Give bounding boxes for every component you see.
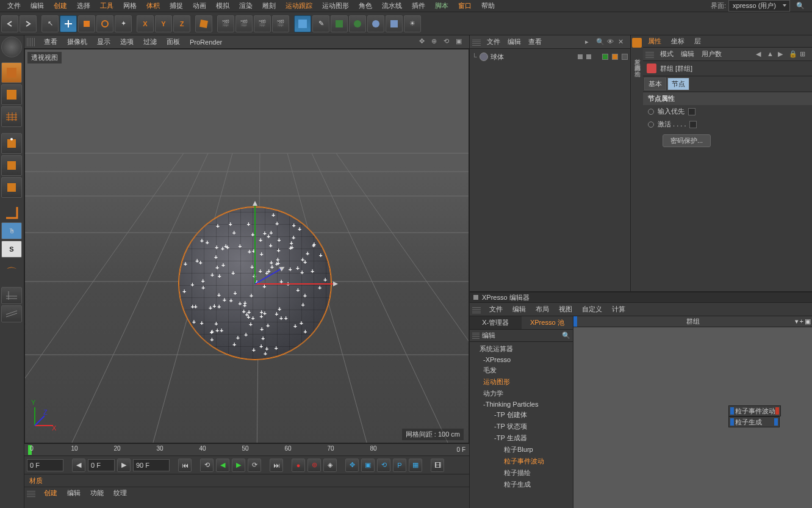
menu-create[interactable]: 创建 <box>49 0 72 12</box>
axis-y[interactable]: Y <box>155 15 172 32</box>
search-icon[interactable]: 🔍 <box>596 38 605 46</box>
record-key[interactable]: ● <box>292 459 305 472</box>
select-tool[interactable]: ↖ <box>41 15 59 32</box>
password-protect-button[interactable]: 密码保护... <box>663 134 711 147</box>
play-back[interactable]: ◀ <box>216 459 229 472</box>
vis-dot[interactable] <box>586 54 591 59</box>
enable-dot[interactable] <box>602 54 608 60</box>
xp-calc[interactable]: 计算 <box>607 305 630 314</box>
undo-button[interactable] <box>1 15 18 32</box>
menu-select[interactable]: 选择 <box>72 0 95 12</box>
k-scale[interactable]: ▣ <box>361 459 375 472</box>
add-light[interactable]: ☀ <box>404 15 421 32</box>
xp-tree-node[interactable]: -Thinking Particles <box>470 399 573 409</box>
axis-z[interactable]: Z <box>173 15 190 32</box>
frame-start-field[interactable]: 0 F <box>27 459 63 471</box>
play-fwd[interactable]: ▶ <box>232 459 245 472</box>
chevron-icon[interactable]: ▸ <box>585 38 594 46</box>
vh-options[interactable]: 选项 <box>115 37 138 46</box>
frame-current-field[interactable]: 0 F <box>88 459 115 471</box>
vis-dot[interactable] <box>578 54 583 59</box>
k-pla[interactable]: ▦ <box>409 459 422 472</box>
tag-other[interactable] <box>622 54 628 60</box>
object-row-sphere[interactable]: └ 球体 <box>472 51 628 62</box>
vh-move-icon[interactable]: ✥ <box>419 37 429 47</box>
menu-snap[interactable]: 捕捉 <box>165 0 188 12</box>
vh-display[interactable]: 显示 <box>92 37 115 46</box>
add-env[interactable] <box>367 15 384 32</box>
goto-start[interactable]: ⏮ <box>178 459 192 472</box>
xp-custom[interactable]: 自定义 <box>577 305 607 314</box>
menu-tools[interactable]: 工具 <box>95 0 118 12</box>
xpresso-tree[interactable]: 系统运算器-XPresso毛发运动图形动力学-Thinking Particle… <box>470 342 573 508</box>
viewport-solo[interactable]: 🖱 <box>1 222 22 239</box>
xp-node[interactable]: 粒子生成 <box>728 416 780 427</box>
xp-tree-node[interactable]: -XPresso <box>470 355 573 365</box>
vh-view[interactable]: 查看 <box>39 37 62 46</box>
mat-tab[interactable]: 材质 <box>24 475 48 487</box>
scale-tool[interactable] <box>78 15 95 32</box>
workplane-align[interactable] <box>1 305 22 322</box>
attr-user[interactable]: 用户数 <box>698 49 725 59</box>
menu-help[interactable]: 帮助 <box>476 0 500 12</box>
vh-zoom-icon[interactable]: ⊕ <box>431 37 441 47</box>
add-spline[interactable]: ✎ <box>312 15 329 32</box>
recent-tool[interactable]: ✦ <box>115 15 132 32</box>
new-icon[interactable]: ⊞ <box>800 50 808 59</box>
key-sel[interactable]: ◈ <box>323 459 337 472</box>
sound-icon[interactable]: 🎞 <box>431 459 444 472</box>
search-icon[interactable]: 🔍 <box>790 1 810 11</box>
axis-mode[interactable] <box>1 204 22 221</box>
xp-search-label[interactable]: 编辑 <box>482 331 495 340</box>
rotate-tool[interactable] <box>96 15 113 32</box>
back-icon[interactable]: ◀ <box>756 50 764 59</box>
xp-view[interactable]: 视图 <box>554 305 577 314</box>
add-primitive[interactable] <box>294 15 311 32</box>
prev-key-icon[interactable]: ◀ <box>72 459 85 472</box>
attr-tab-coord[interactable]: 坐标 <box>666 35 689 47</box>
checkbox-active[interactable] <box>689 121 697 128</box>
lock-icon[interactable]: 🔒 <box>789 50 797 59</box>
k-rot[interactable]: ⟲ <box>377 459 390 472</box>
xp-tree-node[interactable]: 运动图形 <box>470 376 573 388</box>
xp-tree-node[interactable]: 毛发 <box>470 365 573 376</box>
obj-edit[interactable]: 编辑 <box>504 37 525 46</box>
menu-edit[interactable]: 编辑 <box>26 0 49 12</box>
layout-dropdown[interactable]: xpresso (用户) <box>728 0 790 12</box>
model-mode[interactable] <box>1 62 22 83</box>
axis-x[interactable]: X <box>137 15 154 32</box>
xp-tab-pool[interactable]: XPresso 池 <box>522 316 573 330</box>
next-key-icon[interactable]: ▶ <box>117 459 131 472</box>
redo-button[interactable] <box>20 15 37 32</box>
step-fwd[interactable]: ⟳ <box>248 459 261 472</box>
vh-filter[interactable]: 过滤 <box>138 37 162 46</box>
add-deformer[interactable] <box>349 15 366 32</box>
xp-tree-node[interactable]: -TP 生成器 <box>470 432 573 444</box>
menu-plugins[interactable]: 插件 <box>407 0 430 12</box>
xp-node[interactable]: 粒子事件波动 <box>728 405 781 416</box>
xp-tree-node[interactable]: 粒子生成 <box>470 479 573 490</box>
point-mode[interactable] <box>1 133 22 154</box>
mat-create[interactable]: 创建 <box>39 488 62 498</box>
xp-tree-node[interactable]: 粒子描绘 <box>470 467 573 479</box>
workplane-mode[interactable] <box>1 106 22 127</box>
vh-max-icon[interactable]: ▣ <box>456 37 465 47</box>
texture-mode[interactable] <box>1 84 22 105</box>
snap-toggle[interactable]: S <box>1 241 22 258</box>
close-icon[interactable]: ✕ <box>618 38 627 46</box>
vh-prorender[interactable]: ProRender <box>185 38 227 46</box>
menu-motrack[interactable]: 运动跟踪 <box>281 0 317 12</box>
subtab-node[interactable]: 节点 <box>667 78 689 90</box>
obj-file[interactable]: 文件 <box>483 37 504 46</box>
menu-file[interactable]: 文件 <box>2 0 26 12</box>
menu-sculpt[interactable]: 雕刻 <box>257 0 281 12</box>
coord-sys[interactable] <box>195 15 212 32</box>
tag-xpresso[interactable] <box>612 54 618 60</box>
k-param[interactable]: P <box>393 459 406 472</box>
menu-pipeline[interactable]: 流水线 <box>377 0 407 12</box>
xp-tree-node[interactable]: -TP 状态项 <box>470 421 573 432</box>
fwd-icon[interactable]: ▶ <box>778 50 786 59</box>
checkbox-priority[interactable] <box>688 108 695 115</box>
mat-edit[interactable]: 编辑 <box>62 488 85 498</box>
magnet-icon[interactable]: ⌒ <box>1 264 22 281</box>
